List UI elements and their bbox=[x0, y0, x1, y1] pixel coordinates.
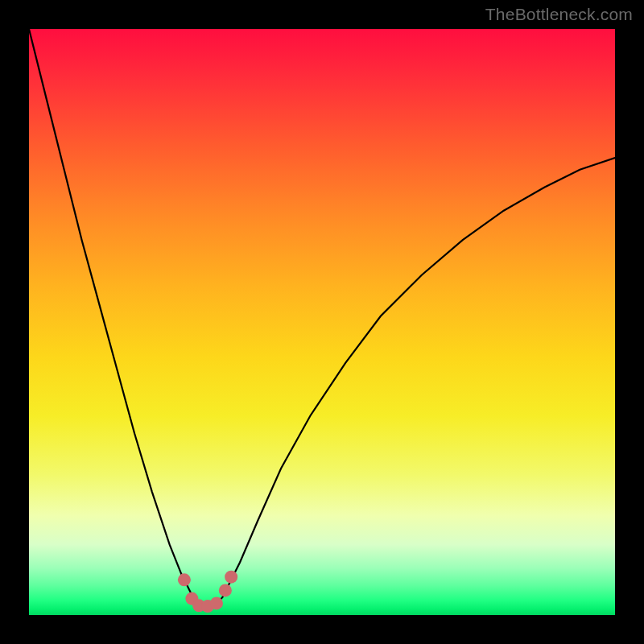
plot-area bbox=[29, 29, 615, 615]
valley-markers bbox=[178, 571, 237, 613]
valley-marker bbox=[219, 584, 232, 597]
valley-marker bbox=[178, 573, 191, 586]
valley-marker bbox=[225, 571, 237, 584]
bottleneck-curve bbox=[29, 29, 615, 606]
chart-frame: TheBottleneck.com bbox=[0, 0, 644, 644]
chart-svg bbox=[29, 29, 615, 615]
watermark-text: TheBottleneck.com bbox=[485, 5, 633, 24]
valley-marker bbox=[210, 597, 223, 609]
